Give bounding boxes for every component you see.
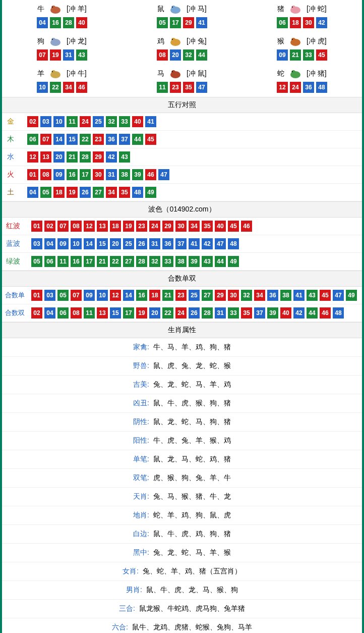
number-ball: 35 [183, 82, 194, 93]
snake-icon [288, 69, 302, 79]
number-ball: 46 [145, 169, 156, 180]
heshu-label: 合数单 [5, 291, 31, 300]
number-ball: 07 [40, 134, 51, 145]
wuxing-balls: 1213202128294243 [27, 151, 130, 163]
pig-icon [288, 4, 302, 14]
svg-point-4 [171, 6, 175, 10]
number-ball: 04 [27, 187, 38, 198]
number-ball: 11 [84, 307, 95, 319]
number-ball: 49 [145, 187, 156, 198]
heshu-label: 合数双 [5, 308, 31, 318]
number-ball: 38 [119, 169, 130, 180]
number-ball: 40 [76, 17, 87, 28]
number-ball: 28 [202, 307, 213, 319]
bose-balls: 03040910141520252631363741424748 [31, 238, 239, 249]
number-ball: 22 [50, 82, 61, 93]
number-ball: 06 [44, 256, 55, 267]
wuxing-balls: 06071415222336374445 [27, 134, 156, 145]
heshu-balls: 0204060811131517192022242628313335373940… [31, 307, 344, 319]
bose-balls: 0102070812131819232429303435404546 [31, 221, 252, 232]
number-ball: 30 [93, 169, 104, 180]
zodiac-name: 马 [157, 69, 164, 77]
svg-point-25 [291, 70, 295, 74]
zodiac-title: 猪 [冲 蛇] [244, 4, 360, 14]
number-ball: 47 [333, 290, 344, 301]
svg-point-7 [291, 6, 295, 10]
number-ball: 30 [303, 17, 314, 28]
number-ball: 05 [157, 17, 168, 28]
attr-label: 家禽: [133, 343, 149, 351]
number-ball: 24 [149, 221, 160, 232]
number-ball: 18 [290, 17, 301, 28]
number-ball: 03 [40, 116, 51, 127]
attr-label: 女肖: [123, 567, 139, 575]
number-ball: 19 [123, 221, 134, 232]
number-ball: 15 [67, 134, 78, 145]
zodiac-conflict: [冲 马] [187, 5, 207, 13]
number-ball: 39 [132, 169, 143, 180]
wuxing-row: 木 06071415222336374445 [2, 131, 362, 148]
number-ball: 45 [316, 49, 327, 61]
number-ball: 33 [162, 256, 173, 267]
number-ball: 36 [267, 290, 278, 301]
number-ball: 22 [162, 307, 173, 319]
number-ball: 40 [215, 221, 226, 232]
zodiac-name: 鸡 [157, 37, 164, 45]
number-ball: 07 [71, 290, 82, 301]
attr-label: 阴性: [133, 417, 149, 426]
svg-point-19 [51, 70, 55, 74]
number-ball: 42 [293, 307, 305, 319]
number-ball: 20 [170, 49, 181, 61]
number-ball: 01 [31, 221, 42, 232]
number-ball: 01 [27, 169, 38, 180]
number-ball: 42 [202, 238, 213, 249]
svg-point-8 [292, 7, 293, 8]
number-ball: 07 [37, 49, 48, 61]
number-ball: 29 [215, 290, 226, 301]
zodiac-title: 鼠 [冲 马] [124, 4, 240, 14]
number-ball: 43 [76, 49, 87, 61]
number-ball: 35 [202, 221, 213, 232]
attr-row: 阴性: 鼠、龙、蛇、马、狗、猪 [2, 413, 362, 432]
zodiac-conflict: [冲 兔] [187, 37, 207, 45]
horse-icon [168, 69, 183, 79]
zodiac-conflict: [冲 虎] [307, 37, 327, 45]
attr-value: 鼠牛、龙鸡、虎猪、蛇猴、兔狗、马羊 [132, 623, 252, 631]
number-ball: 37 [119, 134, 130, 145]
ox-icon [48, 4, 63, 14]
number-ball: 06 [57, 307, 69, 319]
number-ball: 20 [110, 238, 121, 249]
number-ball: 22 [80, 134, 91, 145]
number-ball: 32 [183, 49, 194, 61]
number-ball: 23 [136, 221, 147, 232]
number-ball: 23 [175, 290, 187, 301]
number-ball: 14 [53, 134, 65, 145]
heshu-container: 合数单 010305070910121416182123252729303234… [2, 287, 362, 322]
number-ball: 12 [27, 151, 38, 163]
zodiac-name: 鼠 [157, 5, 164, 13]
number-ball: 34 [254, 290, 265, 301]
number-ball: 26 [189, 307, 200, 319]
number-ball: 48 [132, 187, 143, 198]
number-ball: 10 [53, 116, 65, 127]
number-ball: 03 [31, 238, 42, 249]
number-ball: 13 [97, 221, 108, 232]
attr-value: 兔、龙、蛇、马、羊、鸡 [153, 380, 231, 388]
wuxing-header: 五行对照 [2, 97, 362, 113]
number-ball: 16 [67, 169, 78, 180]
attr-label: 地肖: [133, 511, 149, 519]
attr-label: 三合: [119, 604, 135, 612]
wuxing-balls: 02031011242532334041 [27, 116, 156, 127]
attr-label: 单笔: [133, 455, 149, 463]
zodiac-title: 鸡 [冲 兔] [124, 36, 240, 46]
attr-row: 黑中: 兔、龙、蛇、马、羊、猴 [2, 544, 362, 562]
number-ball: 28 [63, 17, 74, 28]
number-ball: 36 [303, 82, 314, 93]
number-ball: 38 [175, 256, 187, 267]
number-ball: 11 [57, 256, 69, 267]
attr-row: 三合: 鼠龙猴、牛蛇鸡、虎马狗、兔羊猪 [2, 600, 362, 618]
number-ball: 36 [106, 134, 117, 145]
zodiac-title: 羊 [冲 牛] [4, 69, 120, 79]
number-ball: 09 [84, 290, 95, 301]
zodiac-conflict: [冲 牛] [67, 69, 87, 77]
